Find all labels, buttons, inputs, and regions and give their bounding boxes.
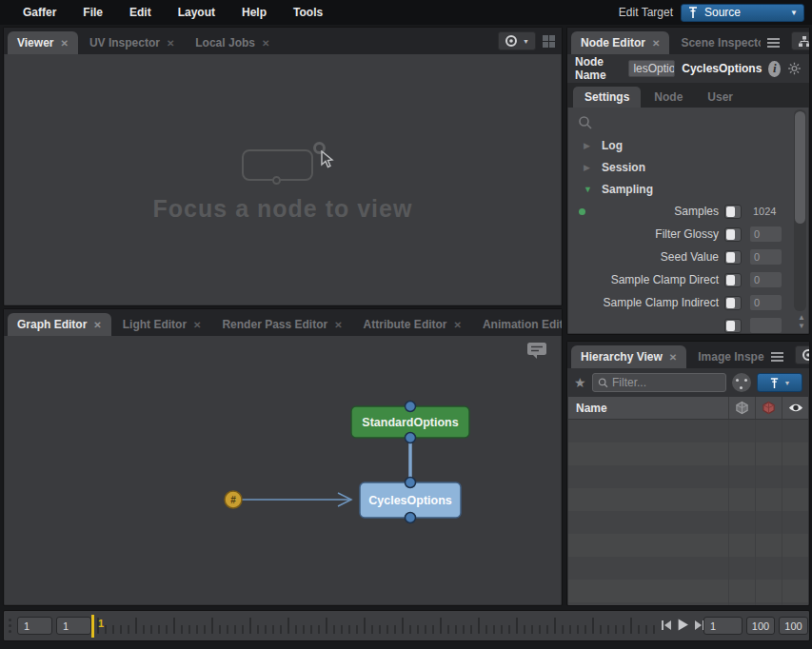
tab-render-pass-editor[interactable]: Render Pass Editor ✕ [212, 313, 351, 336]
close-icon[interactable]: ✕ [652, 38, 660, 49]
timeline-max-field[interactable]: 100 [779, 617, 808, 635]
tab-menu-icon[interactable] [771, 352, 783, 362]
layout-grid-icon[interactable] [543, 35, 555, 48]
scrollbar-track[interactable] [794, 109, 806, 311]
table-row[interactable] [568, 465, 808, 488]
table-row[interactable] [568, 420, 808, 442]
param-value-field[interactable]: 0 [750, 249, 782, 265]
section-log[interactable]: ▶ Log [568, 134, 808, 156]
table-row[interactable] [568, 580, 808, 602]
info-icon[interactable]: i [768, 61, 781, 77]
close-icon[interactable]: ✕ [193, 320, 201, 330]
subtab-settings[interactable]: Settings [573, 87, 641, 108]
scroll-down-icon[interactable]: ▼ [798, 323, 805, 330]
viewer-panel: Viewer ✕ UV Inspector ✕ Local Jobs ✕ ▼ [3, 27, 563, 306]
tab-node-editor[interactable]: Node Editor ✕ [571, 31, 669, 54]
menu-tools[interactable]: Tools [280, 6, 336, 19]
close-icon[interactable]: ✕ [167, 38, 174, 49]
table-row[interactable] [568, 534, 808, 557]
tab-animation-editor[interactable]: Animation Editor ✕ [473, 313, 563, 336]
column-inclusions-header[interactable] [728, 397, 755, 419]
tab-local-jobs[interactable]: Local Jobs ✕ [186, 31, 279, 54]
section-sampling[interactable]: ▼ Sampling [568, 178, 808, 200]
scroll-up-icon[interactable]: ▲ [798, 314, 805, 322]
table-row[interactable] [568, 557, 808, 580]
menu-layout[interactable]: Layout [165, 6, 228, 19]
timeline-end-field[interactable]: 100 [746, 617, 775, 635]
node-port-icon[interactable] [406, 402, 416, 412]
param-toggle[interactable] [724, 296, 742, 310]
param-value[interactable]: 1024 [753, 206, 776, 217]
param-toggle[interactable] [724, 273, 742, 287]
param-toggle[interactable] [724, 319, 742, 333]
param-value-field[interactable]: 0 [750, 295, 782, 310]
tab-scene-inspector[interactable]: Scene Inspecto [671, 31, 789, 54]
expansion-menu-button[interactable] [732, 373, 751, 392]
timeline-current-field[interactable]: 1 [56, 617, 91, 635]
node-port-icon[interactable] [406, 433, 416, 443]
table-row[interactable] [568, 488, 808, 511]
menu-edit[interactable]: Edit [116, 6, 165, 19]
param-value-field[interactable] [750, 318, 782, 333]
star-icon[interactable]: ★ [574, 375, 586, 390]
close-icon[interactable]: ✕ [93, 320, 101, 330]
node-port-icon[interactable] [406, 513, 416, 523]
close-icon[interactable]: ✕ [60, 38, 68, 49]
node-port-icon[interactable] [406, 478, 416, 488]
table-row[interactable] [568, 511, 808, 534]
tab-image-inspector[interactable]: Image Inspe [688, 345, 792, 368]
close-icon[interactable]: ✕ [454, 320, 462, 330]
param-toggle[interactable] [724, 227, 742, 242]
close-icon[interactable]: ✕ [262, 38, 269, 49]
tab-menu-icon[interactable] [767, 38, 780, 48]
timeline-frame-field[interactable]: 1 [703, 617, 743, 635]
section-session[interactable]: ▶ Session [568, 156, 808, 178]
graph-canvas[interactable]: StandardOptions CyclesOptions # [5, 336, 561, 604]
scrollbar-arrows: ▲ ▼ [798, 314, 805, 330]
menu-file[interactable]: File [69, 6, 116, 19]
timeline-ruler[interactable] [97, 616, 659, 638]
param-value-field[interactable]: 0 [750, 272, 782, 287]
param-toggle[interactable] [724, 205, 742, 219]
tab-hierarchy-view[interactable]: Hierarchy View ✕ [571, 345, 686, 368]
close-icon[interactable]: ✕ [334, 320, 342, 330]
close-icon[interactable]: ✕ [669, 352, 677, 363]
tab-uv-inspector[interactable]: UV Inspector ✕ [80, 31, 184, 54]
column-visibility-header[interactable] [782, 397, 808, 419]
subtab-user[interactable]: User [696, 87, 744, 108]
param-value-field[interactable]: 0 [750, 226, 782, 242]
scrollbar-thumb[interactable] [795, 111, 805, 224]
editor-focus-menu-button[interactable]: ▼ [791, 31, 810, 50]
menu-help[interactable]: Help [228, 6, 280, 19]
edit-target-dropdown[interactable]: Source ▼ [681, 4, 804, 22]
menu-gaffer[interactable]: Gaffer [10, 6, 69, 19]
column-exclusions-header[interactable] [755, 397, 782, 419]
annotation-bubble-icon[interactable] [526, 342, 547, 360]
param-toggle[interactable] [724, 250, 742, 265]
drag-handle[interactable] [9, 619, 11, 633]
hierarchy-focus-menu-button[interactable]: ▼ [795, 345, 810, 364]
table-row[interactable] [568, 442, 808, 465]
red-cube-icon [762, 401, 776, 415]
scene-link-button[interactable]: ▼ [757, 373, 802, 392]
gear-icon[interactable] [787, 59, 802, 78]
filter-field[interactable] [592, 373, 726, 392]
filter-input[interactable] [612, 376, 721, 389]
viewer-viewport[interactable]: Focus a node to view [5, 54, 561, 305]
tab-graph-editor[interactable]: Graph Editor ✕ [8, 313, 111, 336]
tab-attribute-editor[interactable]: Attribute Editor ✕ [354, 313, 471, 336]
play-button[interactable] [677, 619, 689, 631]
node-name-input[interactable]: lesOptions [628, 60, 675, 77]
settings-search[interactable] [568, 108, 808, 134]
skip-start-button[interactable] [661, 620, 672, 631]
table-row[interactable] [568, 602, 808, 606]
viewer-focus-menu-button[interactable]: ▼ [498, 31, 536, 50]
tab-viewer[interactable]: Viewer ✕ [8, 31, 78, 54]
column-name-header[interactable]: Name [568, 402, 728, 415]
node-label: CyclesOptions [368, 494, 452, 507]
subtab-node[interactable]: Node [643, 87, 694, 108]
playhead[interactable] [91, 615, 94, 638]
timeline-start-field[interactable]: 1 [17, 617, 52, 635]
bullseye-icon [802, 348, 810, 362]
tab-light-editor[interactable]: Light Editor ✕ [113, 313, 211, 336]
